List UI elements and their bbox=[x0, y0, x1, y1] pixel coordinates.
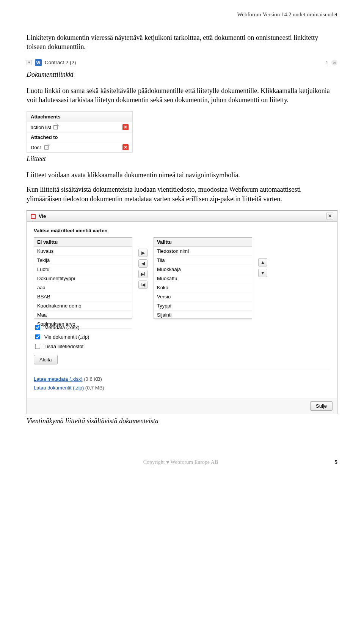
paragraph-2: Luotu linkki on sama sekä käsiteltävälle… bbox=[27, 86, 337, 105]
paragraph-3: Liitteet voidaan avata klikkaamalla doku… bbox=[27, 170, 337, 180]
list-item[interactable]: Dokumenttityyppi bbox=[34, 274, 132, 283]
selected-list-header: Valittu bbox=[154, 238, 252, 247]
page-footer: Copyright ♥ Webforum Europe AB 5 bbox=[27, 459, 337, 465]
list-item[interactable]: Tekijä bbox=[34, 256, 132, 265]
add-attachments-label: Lisää liitetiedostot bbox=[44, 344, 83, 349]
list-item[interactable]: Muokattu bbox=[154, 274, 252, 283]
attached-to-row: Doc1 ✕ bbox=[27, 142, 132, 152]
page-header: Webforum Version 14.2 uudet ominaisuudet bbox=[27, 11, 337, 18]
start-button[interactable]: Aloita bbox=[34, 355, 58, 364]
metadata-label: Metadata (.xlsx) bbox=[44, 325, 79, 330]
caption-doclink: Dokumenttilinkki bbox=[27, 71, 337, 79]
open-external-icon[interactable] bbox=[53, 125, 58, 129]
move-up-button[interactable]: ▲ bbox=[258, 258, 267, 266]
open-external-icon[interactable] bbox=[44, 145, 49, 150]
link-count: 1 bbox=[325, 60, 328, 65]
list-item[interactable]: Versio bbox=[154, 292, 252, 301]
export-dialog: Vie ✕ Valitse määritteet vientiä varten … bbox=[27, 210, 337, 414]
dialog-title: Vie bbox=[39, 213, 46, 219]
paragraph-4: Kun liitteitä sisältävistä dokumenteista… bbox=[27, 185, 337, 203]
attached-to-header: Attached to bbox=[27, 132, 132, 142]
attachments-header: Attachments bbox=[27, 112, 132, 122]
list-item[interactable]: BSAB bbox=[34, 292, 132, 301]
attachment-row: action list ✕ bbox=[27, 122, 132, 132]
list-item[interactable]: Kuvaus bbox=[34, 247, 132, 256]
export-subheader: Valitse määritteet vientiä varten bbox=[34, 228, 330, 233]
available-attributes-list[interactable]: Ei valittu Kuvaus Tekijä Luotu Dokumentt… bbox=[34, 237, 132, 319]
documents-size: (0,7 MB) bbox=[85, 385, 104, 391]
move-all-left-button[interactable]: I◀ bbox=[138, 281, 147, 289]
move-left-button[interactable]: ◀ bbox=[138, 259, 147, 268]
chain-icon[interactable]: ∞ bbox=[331, 60, 337, 66]
available-list-header: Ei valittu bbox=[34, 238, 132, 247]
attachment-name[interactable]: action list bbox=[31, 125, 51, 130]
document-name[interactable]: Contract 2 (2) bbox=[45, 60, 76, 65]
download-documents-link[interactable]: Lataa dokumentit (.zip) bbox=[34, 385, 84, 391]
caption-export: Vientinäkymä liitteitä sisältävistä doku… bbox=[27, 417, 337, 425]
attachments-panel: Attachments action list ✕ Attached to Do… bbox=[27, 111, 133, 153]
selected-attributes-list[interactable]: Valittu Tiedoston nimi Tila Muokkaaja Mu… bbox=[154, 237, 252, 319]
export-docs-checkbox[interactable] bbox=[35, 334, 41, 340]
delete-attachment-icon[interactable]: ✕ bbox=[122, 144, 129, 150]
dialog-icon bbox=[31, 214, 36, 219]
list-item[interactable]: Tila bbox=[154, 256, 252, 265]
document-row: ▾ W Contract 2 (2) 1 ∞ bbox=[27, 57, 337, 68]
download-metadata-link[interactable]: Lataa metadata (.xlsx) bbox=[34, 376, 83, 382]
list-item[interactable]: Luotu bbox=[34, 265, 132, 274]
close-icon[interactable]: ✕ bbox=[326, 213, 333, 219]
word-doc-icon: W bbox=[35, 59, 42, 66]
attached-to-name[interactable]: Doc1 bbox=[31, 145, 42, 150]
add-attachments-checkbox[interactable] bbox=[35, 344, 41, 349]
list-item[interactable]: Muokkaaja bbox=[154, 265, 252, 274]
metadata-size: (3,6 KB) bbox=[84, 376, 102, 382]
list-item[interactable]: Tiedoston nimi bbox=[154, 247, 252, 256]
list-item[interactable]: Tyyppi bbox=[154, 301, 252, 311]
list-item[interactable]: aaa bbox=[34, 283, 132, 292]
move-right-button[interactable]: ▶ bbox=[138, 249, 147, 257]
delete-attachment-icon[interactable]: ✕ bbox=[122, 124, 129, 130]
close-button[interactable]: Sulje bbox=[310, 401, 333, 411]
page-number: 5 bbox=[335, 459, 337, 465]
expand-icon[interactable]: ▾ bbox=[27, 60, 32, 65]
move-down-button[interactable]: ▼ bbox=[258, 269, 267, 277]
list-item[interactable]: Maa bbox=[34, 311, 132, 320]
paragraph-1: Linkitetyn dokumentin vieressä näytettäv… bbox=[27, 33, 337, 52]
list-item[interactable]: Koko bbox=[154, 283, 252, 292]
list-item[interactable]: Sijainti bbox=[154, 311, 252, 320]
export-docs-label: Vie dokumentit (.zip) bbox=[44, 334, 89, 340]
metadata-checkbox[interactable] bbox=[35, 325, 41, 330]
heart-icon: ♥ bbox=[166, 459, 169, 465]
caption-attachments: Liitteet bbox=[27, 155, 337, 163]
list-item[interactable]: Koodirakenne demo bbox=[34, 301, 132, 311]
move-all-right-button[interactable]: ▶I bbox=[138, 270, 147, 278]
